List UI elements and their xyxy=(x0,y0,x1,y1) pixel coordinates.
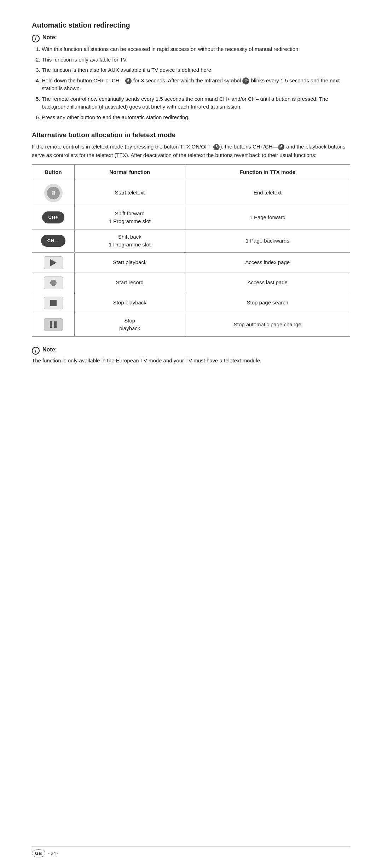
col-normal-function: Normal function xyxy=(75,165,185,180)
note2-block: i Note: The function is only available i… xyxy=(32,346,350,363)
note2-text: The function is only available in the Eu… xyxy=(32,357,350,363)
table-row: Start playback Access index page xyxy=(32,252,350,273)
normal-function-cell: Stop playback xyxy=(75,293,185,313)
ttx-function-cell: 1 Page forward xyxy=(185,206,350,229)
normal-function-cell: Start teletext xyxy=(75,180,185,206)
section-automatic-station: Automatic station redirecting i Note: Wi… xyxy=(32,21,350,121)
section2-title: Alternative button allocation in teletex… xyxy=(32,131,350,139)
list-item: This function is only available for TV. xyxy=(42,56,350,64)
list-item: The remote control now continually sends… xyxy=(42,95,350,111)
play-button-icon xyxy=(44,256,63,269)
table-row: Start record Access last page xyxy=(32,273,350,293)
pause-bar-right xyxy=(54,321,57,328)
col-ttx-function: Function in TTX mode xyxy=(185,165,350,180)
ttx-symbol: ⌸ xyxy=(52,190,55,197)
table-row: Stop playback Stop page search xyxy=(32,293,350,313)
button-cell: CH+ xyxy=(32,206,75,229)
note1-label: Note: xyxy=(42,34,57,41)
ttx-function-cell: Stop automatic page change xyxy=(185,313,350,336)
button-cell xyxy=(32,252,75,273)
normal-function-cell: Start record xyxy=(75,273,185,293)
pause-button-icon xyxy=(44,318,63,331)
infrared-symbol: ☉ xyxy=(242,77,249,85)
ttx-function-cell: End teletext xyxy=(185,180,350,206)
button-cell xyxy=(32,273,75,293)
table-row: CH— Shift back1 Programme slot 1 Page ba… xyxy=(32,229,350,252)
ch-minus-button: CH— xyxy=(41,235,65,247)
button-cell xyxy=(32,293,75,313)
button-cell: CH— xyxy=(32,229,75,252)
ttx-outer-circle: ⌸ xyxy=(44,184,63,202)
ttx-function-cell: 1 Page backwards xyxy=(185,229,350,252)
list-item: With this function all stations can be a… xyxy=(42,45,350,53)
circle-number-6b: 6 xyxy=(278,144,284,150)
footer-page-number: - 24 - xyxy=(48,851,59,856)
ttx-function-cell: Access last page xyxy=(185,273,350,293)
ttx-button-icon: ⌸ xyxy=(44,184,63,202)
pause-bar-left xyxy=(50,321,52,328)
record-button-icon xyxy=(44,276,63,289)
normal-function-cell: Shift back1 Programme slot xyxy=(75,229,185,252)
list-item: Press any other button to end the automa… xyxy=(42,113,350,122)
normal-function-cell: Start playback xyxy=(75,252,185,273)
circle-number-6: 6 xyxy=(125,78,132,84)
record-circle xyxy=(50,280,57,286)
section-teletext: Alternative button allocation in teletex… xyxy=(32,131,350,337)
section2-intro: If the remote control is in teletext mod… xyxy=(32,142,350,159)
button-cell xyxy=(32,313,75,336)
ttx-function-cell: Stop page search xyxy=(185,293,350,313)
table-row: ⌸ Start teletext End teletext xyxy=(32,180,350,206)
ttx-function-cell: Access index page xyxy=(185,252,350,273)
note1-header: i Note: xyxy=(32,34,350,42)
list-item: Hold down the button CH+ or CH—6 for 3 s… xyxy=(42,77,350,93)
list-item: The function is then also for AUX availa… xyxy=(42,66,350,74)
table-header-row: Button Normal function Function in TTX m… xyxy=(32,165,350,180)
note1-icon: i xyxy=(32,35,40,42)
section1-title: Automatic station redirecting xyxy=(32,21,350,29)
ch-plus-button: CH+ xyxy=(42,211,65,223)
button-cell: ⌸ xyxy=(32,180,75,206)
note2-label: Note: xyxy=(42,346,57,353)
footer-bar: GB - 24 - xyxy=(32,846,350,857)
stop-square xyxy=(50,300,57,306)
ttx-table: Button Normal function Function in TTX m… xyxy=(32,164,350,337)
ttx-inner-circle: ⌸ xyxy=(47,187,60,199)
circle-number-8: 8 xyxy=(213,144,220,150)
play-triangle xyxy=(50,259,57,266)
footer-country: GB xyxy=(32,849,45,857)
table-row: CH+ Shift forward1 Programme slot 1 Page… xyxy=(32,206,350,229)
note2-header: i Note: xyxy=(32,346,350,355)
col-button: Button xyxy=(32,165,75,180)
normal-function-cell: Shift forward1 Programme slot xyxy=(75,206,185,229)
table-row: Stopplayback Stop automatic page change xyxy=(32,313,350,336)
section1-list: With this function all stations can be a… xyxy=(42,45,350,121)
footer: GB - 24 - xyxy=(0,846,382,868)
stop-button-icon xyxy=(44,297,63,309)
note2-icon: i xyxy=(32,347,40,355)
normal-function-cell: Stopplayback xyxy=(75,313,185,336)
